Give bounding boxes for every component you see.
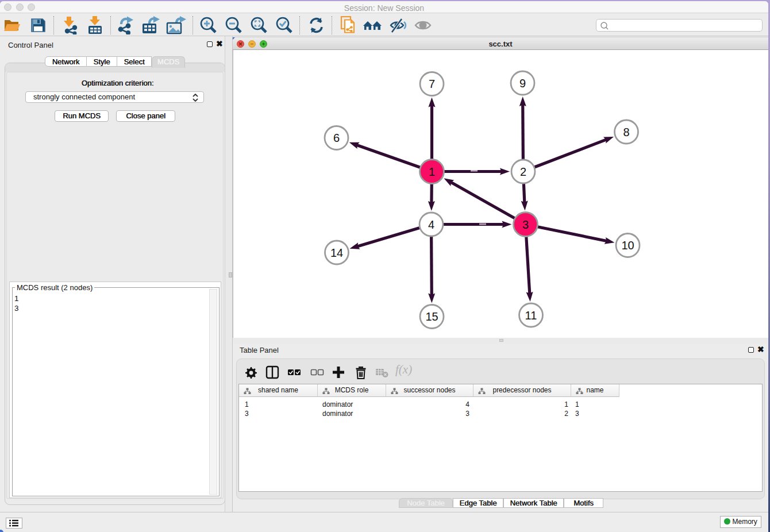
svg-text:7: 7	[429, 78, 435, 90]
svg-text:14: 14	[330, 246, 343, 259]
svg-text:9: 9	[519, 77, 526, 90]
svg-text:3: 3	[522, 218, 529, 231]
svg-text:15: 15	[425, 310, 438, 323]
svg-text:6: 6	[333, 132, 340, 144]
svg-text:8: 8	[623, 126, 629, 138]
svg-text:11: 11	[525, 309, 537, 322]
svg-text:1: 1	[429, 165, 435, 178]
svg-text:4: 4	[428, 218, 434, 231]
svg-text:2: 2	[520, 165, 526, 178]
svg-text:10: 10	[621, 239, 634, 252]
